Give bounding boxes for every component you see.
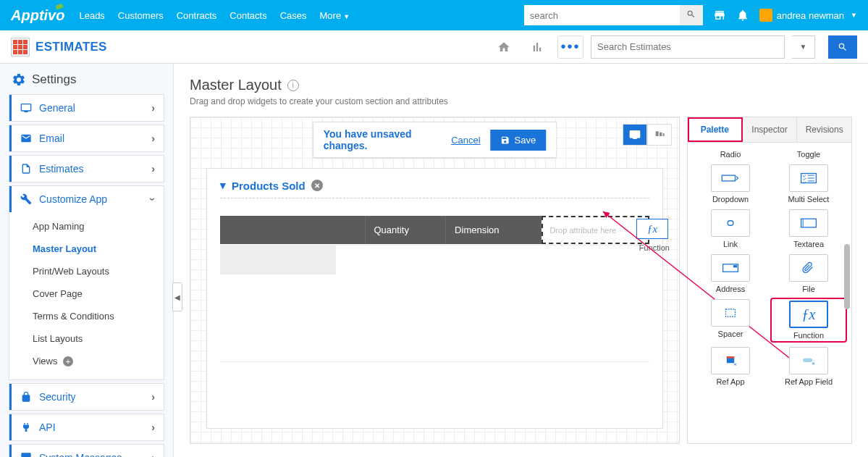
- more-actions-button[interactable]: •••: [557, 35, 583, 59]
- subitem-master-layout[interactable]: Master Layout: [9, 238, 164, 260]
- palette-item-spacer[interactable]: Spacer: [694, 299, 767, 341]
- attributes-table: Quantity Dimension Drop attribute here ƒ…: [220, 216, 649, 274]
- sidebar-item-customize-app[interactable]: Customize App ›: [9, 186, 164, 212]
- subitem-list-layouts[interactable]: List Layouts: [9, 327, 164, 350]
- subitem-cover-page[interactable]: Cover Page: [9, 282, 164, 305]
- palette-item-textarea[interactable]: Textarea: [772, 209, 846, 248]
- palette-item-link[interactable]: Link: [694, 209, 767, 248]
- subitem-print-web-layouts[interactable]: Print/Web Layouts: [9, 260, 164, 282]
- nav-leads[interactable]: Leads: [79, 10, 104, 21]
- palette-item-dropdown[interactable]: Dropdown: [694, 164, 767, 204]
- tab-inspector[interactable]: Inspector: [743, 117, 798, 142]
- global-search-input[interactable]: [524, 5, 680, 25]
- store-icon[interactable]: [713, 9, 726, 22]
- svg-rect-0: [656, 131, 659, 136]
- lock-icon: [20, 391, 32, 403]
- col-blank[interactable]: [220, 216, 365, 244]
- notifications-icon[interactable]: [736, 9, 749, 22]
- reports-button[interactable]: [524, 35, 550, 59]
- subitem-views[interactable]: Views +: [9, 350, 164, 372]
- home-icon: [497, 41, 510, 54]
- app-search-input[interactable]: [591, 35, 785, 59]
- nav-customers[interactable]: Customers: [118, 10, 164, 21]
- col-dimension[interactable]: Dimension: [446, 216, 541, 244]
- palette-item-ref-app[interactable]: Ref App: [694, 347, 767, 386]
- dropdown-icon: [721, 171, 740, 185]
- subitem-terms-conditions[interactable]: Terms & Conditions: [9, 305, 164, 327]
- brand-logo[interactable]: Apptivo: [11, 7, 64, 24]
- tab-palette[interactable]: Palette: [688, 117, 743, 142]
- subitem-app-naming[interactable]: App Naming: [9, 215, 164, 238]
- palette-item-address[interactable]: Address: [694, 254, 767, 293]
- page-subtitle: Drag and drop widgets to create your cus…: [190, 96, 852, 106]
- top-right-icons: andrea newman ▼: [713, 9, 857, 22]
- top-navbar: Apptivo Leads Customers Contracts Contac…: [0, 0, 868, 30]
- layout-canvas[interactable]: You have unsaved changes. Cancel Save ▾ …: [190, 117, 680, 444]
- app-icon: [11, 38, 30, 56]
- devices-icon: [654, 129, 665, 141]
- ref-app-field-icon: [799, 353, 818, 368]
- remove-section-button[interactable]: ✕: [311, 180, 323, 191]
- info-icon[interactable]: i: [287, 80, 299, 91]
- save-button[interactable]: Save: [491, 130, 547, 151]
- desktop-view-button[interactable]: [623, 124, 647, 146]
- cancel-button[interactable]: Cancel: [451, 135, 480, 146]
- textarea-icon: [799, 216, 818, 230]
- palette-item-function-highlighted: ƒxFunction: [772, 299, 846, 341]
- settings-heading: Settings: [9, 72, 164, 87]
- sidebar-item-security[interactable]: Security ›: [9, 384, 164, 410]
- col-quantity[interactable]: Quantity: [365, 216, 446, 244]
- svg-rect-12: [733, 265, 737, 267]
- palette-tabs: Palette Inspector Revisions: [688, 117, 851, 143]
- global-search-button[interactable]: [680, 5, 703, 25]
- nav-more[interactable]: More▼: [320, 10, 350, 21]
- function-chip-label: Function: [639, 243, 670, 252]
- section-products-sold[interactable]: ▾ Products Sold ✕ Quantity Dimension: [206, 168, 663, 429]
- unsaved-changes-bar: You have unsaved changes. Cancel Save: [313, 122, 557, 158]
- palette-item-toggle[interactable]: Toggle: [772, 150, 846, 159]
- chevron-down-icon: ›: [148, 198, 159, 201]
- fx-icon: ƒx: [802, 306, 816, 323]
- app-search-dropdown[interactable]: ▼: [792, 35, 815, 59]
- nav-contracts[interactable]: Contracts: [177, 10, 217, 21]
- nav-cases[interactable]: Cases: [280, 10, 307, 21]
- palette-item-ref-app-field[interactable]: Ref App Field: [772, 347, 846, 386]
- palette-item-multi-select[interactable]: Multi Select: [772, 164, 846, 204]
- app-search-button[interactable]: [828, 35, 857, 59]
- paperclip-icon: [799, 261, 818, 275]
- svg-rect-4: [722, 175, 735, 181]
- sidebar-item-email[interactable]: Email ›: [9, 125, 164, 151]
- nav-contacts[interactable]: Contacts: [229, 10, 266, 21]
- attribute-dropzone[interactable]: Drop attribute here ƒx Function: [542, 216, 650, 244]
- dropzone-hint: Drop attribute here: [550, 226, 617, 235]
- palette-item-function[interactable]: ƒxFunction: [773, 301, 844, 340]
- chevron-right-icon: ›: [151, 452, 155, 457]
- tab-revisions[interactable]: Revisions: [797, 117, 851, 142]
- svg-rect-9: [801, 219, 817, 227]
- chevron-down-icon: ▼: [800, 43, 807, 51]
- app-title: ESTIMATES: [35, 40, 107, 54]
- palette-body[interactable]: Radio Toggle Dropdown Multi Select Link …: [688, 143, 851, 443]
- link-icon: [721, 216, 740, 230]
- home-button[interactable]: [491, 35, 517, 59]
- collapse-icon[interactable]: ▾: [220, 179, 226, 192]
- app-bar: ESTIMATES ••• ▼: [0, 30, 868, 64]
- mobile-view-button[interactable]: [647, 124, 672, 146]
- sidebar-item-estimates[interactable]: Estimates ›: [9, 156, 164, 182]
- document-icon: [20, 163, 32, 175]
- palette-item-file[interactable]: File: [772, 254, 846, 293]
- palette-scrollbar[interactable]: [844, 244, 850, 309]
- function-chip-dragging[interactable]: ƒx: [636, 219, 668, 239]
- sidebar-item-general[interactable]: General ›: [9, 95, 164, 121]
- chevron-right-icon: ›: [151, 102, 155, 114]
- user-menu[interactable]: andrea newman ▼: [759, 9, 857, 22]
- plus-icon: +: [63, 356, 73, 366]
- section-title: Products Sold: [232, 180, 306, 192]
- sidebar-item-api[interactable]: API ›: [9, 414, 164, 440]
- palette-panel: Palette Inspector Revisions Radio Toggle…: [687, 117, 852, 444]
- main-content: Master Layout i Drag and drop widgets to…: [174, 64, 868, 457]
- svg-rect-1: [660, 133, 662, 136]
- sidebar-item-system-messages[interactable]: System Messages ›: [9, 445, 164, 457]
- palette-item-radio[interactable]: Radio: [694, 150, 767, 159]
- ref-app-icon: [721, 353, 740, 368]
